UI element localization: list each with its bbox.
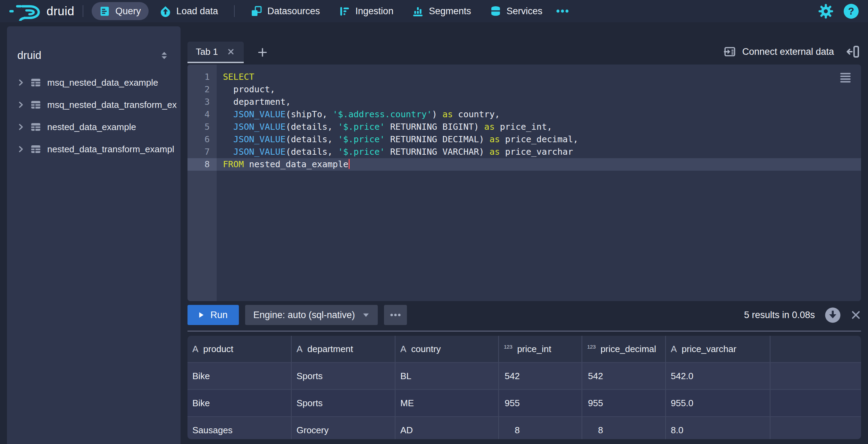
hide-panel-button[interactable]	[846, 45, 860, 59]
code-line-4: 4 JSON_VALUE(shipTo, '$.address.country'…	[187, 108, 861, 121]
table-icon	[31, 122, 41, 132]
nav-segments-label: Segments	[429, 6, 471, 17]
code-text: JSON_VALUE(details, '$.price' RETURNING …	[217, 121, 552, 133]
close-results-button[interactable]	[851, 310, 861, 320]
cell-price_decimal-1[interactable]: 542	[582, 363, 666, 389]
cell-country-3[interactable]: AD	[395, 417, 499, 439]
cell-price_varchar-3[interactable]: 8.0	[666, 417, 770, 439]
number-type-icon: 123	[504, 344, 512, 350]
cell-price_decimal-2[interactable]: 955	[582, 390, 666, 416]
cell-empty	[770, 363, 860, 389]
datasource-tree: msq_nested_data_examplemsq_nested_data_t…	[7, 71, 181, 160]
column-header-country[interactable]: Acountry	[395, 336, 499, 362]
secondary-nav: DatasourcesIngestionSegmentsServices	[243, 2, 550, 20]
nav-ingestion[interactable]: Ingestion	[331, 2, 401, 20]
string-type-icon: A	[671, 344, 677, 355]
nav-datasources[interactable]: Datasources	[243, 2, 328, 20]
more-menu-button[interactable]	[550, 2, 575, 20]
cell-product-1[interactable]: Bike	[187, 363, 292, 389]
cell-price_int-1[interactable]: 542	[499, 363, 582, 389]
cell-value: Grocery	[297, 425, 328, 436]
column-header-price_varchar[interactable]: Aprice_varchar	[666, 336, 770, 362]
line-number: 5	[187, 121, 217, 133]
tree-item-3[interactable]: nested_data_transform_exampl	[7, 138, 181, 160]
help-button[interactable]: ?	[843, 3, 859, 19]
results-header-row: AproductAdepartmentAcountry123price_int1…	[187, 336, 861, 363]
tree-item-0[interactable]: msq_nested_data_example	[7, 71, 181, 94]
line-number: 1	[187, 71, 217, 83]
more-dots-icon	[390, 313, 401, 317]
cell-price_int-2[interactable]: 955	[499, 390, 582, 416]
settings-button[interactable]	[818, 3, 834, 19]
cell-country-2[interactable]: ME	[395, 390, 499, 416]
cell-department-1[interactable]: Sports	[292, 363, 395, 389]
services-icon	[490, 6, 501, 17]
app-header: druid QueryLoad data DatasourcesIngestio…	[0, 0, 868, 22]
table-icon	[31, 77, 41, 88]
chevron-right-icon	[17, 101, 24, 108]
results-table: AproductAdepartmentAcountry123price_int1…	[187, 336, 861, 439]
tree-item-label: msq_nested_data_transform_ex	[47, 100, 177, 110]
code-text: JSON_VALUE(shipTo, '$.address.country') …	[217, 108, 500, 121]
chevron-right-icon	[17, 123, 24, 130]
tree-item-2[interactable]: nested_data_example	[7, 116, 181, 138]
sidebar-header: druid	[7, 26, 181, 71]
tab-close-button[interactable]	[227, 48, 235, 56]
cell-price_decimal-3[interactable]: 8	[582, 417, 666, 439]
cell-price_varchar-2[interactable]: 955.0	[666, 390, 770, 416]
string-type-icon: A	[400, 344, 406, 355]
nav-segments[interactable]: Segments	[404, 2, 479, 20]
sql-editor[interactable]: 1SELECT2 product,3 department,4 JSON_VAL…	[187, 65, 861, 301]
code-line-7: 7 JSON_VALUE(details, '$.price' RETURNIN…	[187, 146, 861, 158]
connect-external-data-button[interactable]: Connect external data	[724, 45, 834, 58]
cell-value: 955	[504, 398, 520, 409]
datasources-icon	[251, 6, 262, 17]
nav-query[interactable]: Query	[92, 2, 149, 20]
run-button[interactable]: Run	[187, 305, 239, 325]
new-tab-button[interactable]	[254, 45, 271, 60]
cell-empty	[770, 390, 860, 416]
column-header-department[interactable]: Adepartment	[292, 336, 395, 362]
cell-department-3[interactable]: Grocery	[292, 417, 395, 439]
nav-services[interactable]: Services	[482, 2, 550, 20]
cell-value: 8	[504, 425, 520, 436]
help-icon: ?	[843, 3, 859, 19]
cell-department-2[interactable]: Sports	[292, 390, 395, 416]
cell-product-2[interactable]: Bike	[187, 390, 292, 416]
line-number: 2	[187, 83, 217, 96]
tab-tab1[interactable]: Tab 1	[187, 42, 244, 63]
cell-value: 8	[587, 425, 603, 436]
cell-price_varchar-1[interactable]: 542.0	[666, 363, 770, 389]
cell-product-3[interactable]: Sausages	[187, 417, 292, 439]
editor-menu-button[interactable]	[840, 72, 851, 85]
menu-icon	[840, 72, 851, 83]
druid-logo-icon	[9, 1, 42, 21]
nav-datasources-label: Datasources	[267, 6, 320, 17]
cell-value: 8.0	[671, 425, 683, 436]
engine-select-button[interactable]: Engine: auto (sql-native)	[245, 305, 378, 325]
column-header-price_int[interactable]: 123price_int	[499, 336, 582, 362]
double-caret-vertical-icon[interactable]	[160, 51, 169, 60]
code-text: FROM nested_data_example	[217, 158, 350, 171]
close-icon	[227, 48, 235, 56]
nav-load-data[interactable]: Load data	[152, 2, 226, 20]
run-more-button[interactable]	[384, 305, 407, 325]
line-number: 3	[187, 96, 217, 108]
line-number: 4	[187, 108, 217, 121]
tree-item-1[interactable]: msq_nested_data_transform_ex	[7, 94, 181, 116]
code-text: SELECT	[217, 71, 254, 83]
column-header-label: department	[307, 344, 353, 355]
cell-value: 955	[587, 398, 603, 409]
cell-price_int-3[interactable]: 8	[499, 417, 582, 439]
nav-query-label: Query	[115, 6, 141, 17]
cell-value: 542	[587, 371, 603, 382]
druid-logo[interactable]: druid	[9, 1, 74, 21]
column-header-product[interactable]: Aproduct	[187, 336, 292, 362]
load-data-icon	[160, 6, 171, 17]
column-header-price_decimal[interactable]: 123price_decimal	[582, 336, 666, 362]
download-button[interactable]	[825, 307, 841, 323]
tab-label: Tab 1	[196, 46, 218, 57]
cell-value: 542	[504, 371, 520, 382]
gear-icon	[818, 3, 834, 19]
cell-country-1[interactable]: BL	[395, 363, 499, 389]
